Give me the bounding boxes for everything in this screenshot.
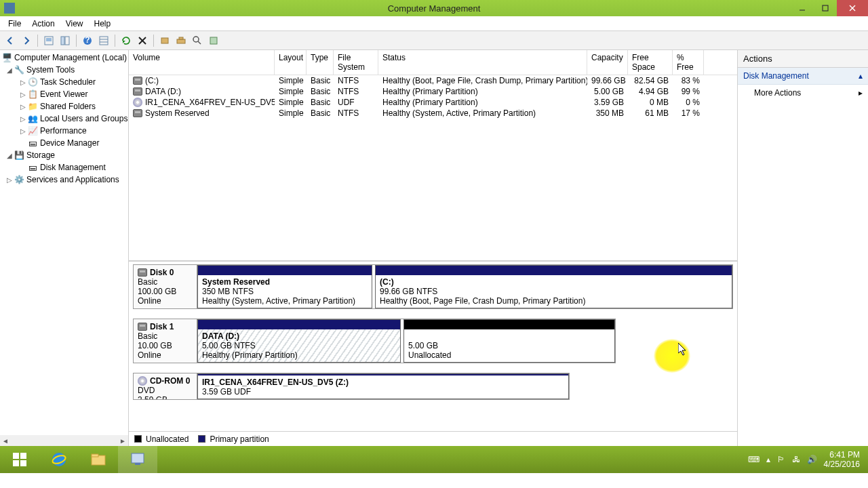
vol-capacity: 3.59 GB xyxy=(587,97,628,108)
disk0-part-system-reserved[interactable]: System Reserved 350 MB NTFS Healthy (Sys… xyxy=(197,265,372,308)
content-panel: Volume Layout Type File System Status Ca… xyxy=(129,50,738,446)
tool-icon-1[interactable] xyxy=(157,33,172,48)
expand-icon[interactable]: ▷ xyxy=(19,91,27,98)
menu-file[interactable]: File xyxy=(3,18,26,30)
part-size: 5.00 GB xyxy=(408,341,610,350)
col-capacity[interactable]: Capacity xyxy=(587,50,628,75)
tree-label: System Tools xyxy=(26,65,75,75)
col-volume[interactable]: Volume xyxy=(129,50,275,75)
volume-row[interactable]: System ReservedSimpleBasicNTFSHealthy (S… xyxy=(129,108,737,119)
taskbar-explorer[interactable] xyxy=(79,446,118,473)
vol-status: Healthy (Primary Partition) xyxy=(378,86,587,97)
users-icon: 👥 xyxy=(27,113,38,124)
menu-help[interactable]: Help xyxy=(89,18,117,30)
svg-rect-29 xyxy=(132,453,144,463)
disk-icon xyxy=(133,87,142,96)
tree-event-viewer[interactable]: ▷📋Event Viewer xyxy=(0,88,128,100)
tree-disk-management[interactable]: 🖴Disk Management xyxy=(0,161,128,174)
tray-flag-icon[interactable]: 🏳 xyxy=(777,455,785,464)
tray-network-icon[interactable]: 🖧 xyxy=(792,455,800,464)
collapse-icon[interactable]: ◢ xyxy=(5,66,14,74)
vol-fs: NTFS xyxy=(334,86,378,97)
legend: Unallocated Primary partition xyxy=(129,431,737,446)
vol-free: 0 MB xyxy=(628,97,673,108)
cd0-info[interactable]: CD-ROM 0 DVD 3.59 GB xyxy=(134,373,197,399)
svg-rect-28 xyxy=(92,454,98,457)
systray[interactable]: ⌨ ▴ 🏳 🖧 🔊 6:41 PM 4/25/2016 xyxy=(740,450,868,469)
settings-button[interactable] xyxy=(96,33,111,48)
col-pct[interactable]: % Free xyxy=(673,50,704,75)
taskbar-compmgmt[interactable] xyxy=(118,446,157,473)
taskbar-ie[interactable] xyxy=(39,446,79,473)
disk1-unallocated[interactable]: 5.00 GB Unallocated xyxy=(403,319,615,363)
col-type[interactable]: Type xyxy=(307,50,334,75)
tree-hscroll[interactable]: ◄► xyxy=(0,435,128,446)
tree-local-users[interactable]: ▷👥Local Users and Groups xyxy=(0,113,128,125)
tree-root[interactable]: 🖥️Computer Management (Local) xyxy=(0,52,128,64)
tree-system-tools[interactable]: ◢🔧System Tools xyxy=(0,64,128,76)
close-button[interactable] xyxy=(837,0,868,16)
svg-point-18 xyxy=(193,37,199,42)
disk1-info[interactable]: Disk 1 Basic 10.00 GB Online xyxy=(134,319,197,363)
disk1-size: 10.00 GB xyxy=(138,341,193,350)
part-size: 350 MB NTFS xyxy=(202,287,368,296)
volume-row[interactable]: (C:)SimpleBasicNTFSHealthy (Boot, Page F… xyxy=(129,75,737,86)
disk-row-1: Disk 1 Basic 10.00 GB Online DATA (D:) 5… xyxy=(133,319,616,363)
systray-clock[interactable]: 6:41 PM 4/25/2016 xyxy=(824,450,860,469)
help-button[interactable]: ? xyxy=(80,33,95,48)
expand-icon[interactable]: ▷ xyxy=(19,79,27,86)
tree-storage[interactable]: ◢💾Storage xyxy=(0,149,128,161)
expand-icon[interactable]: ▷ xyxy=(19,115,27,123)
tree-task-scheduler[interactable]: ▷🕒Task Scheduler xyxy=(0,76,128,88)
tree-services[interactable]: ▷⚙️Services and Applications xyxy=(0,174,128,186)
tool-icon-2[interactable] xyxy=(174,33,189,48)
disk0-info[interactable]: Disk 0 Basic 100.00 GB Online xyxy=(134,265,197,308)
menu-action[interactable]: Action xyxy=(26,18,60,30)
actions-more[interactable]: More Actions▸ xyxy=(738,85,868,101)
cd0-type: DVD xyxy=(138,386,193,395)
tree-label: Services and Applications xyxy=(26,175,119,184)
part-status: Healthy (System, Active, Primary Partiti… xyxy=(202,296,368,306)
vol-capacity: 99.66 GB xyxy=(587,75,628,86)
tray-volume-icon[interactable]: 🔊 xyxy=(807,455,817,464)
delete-icon[interactable] xyxy=(135,33,150,48)
refresh-icon[interactable] xyxy=(119,33,134,48)
expand-icon[interactable]: ▷ xyxy=(5,176,14,184)
partition-header xyxy=(198,266,372,275)
tool-icon-4[interactable] xyxy=(206,33,221,48)
disk1-part-data[interactable]: DATA (D:) 5.00 GB NTFS Healthy (Primary … xyxy=(197,319,401,363)
cd0-part[interactable]: IR1_CENA_X64FREV_EN-US_DV5 (Z:) 3.59 GB … xyxy=(197,373,569,399)
tree-performance[interactable]: ▷📈Performance xyxy=(0,125,128,137)
col-free[interactable]: Free Space xyxy=(628,50,673,75)
disk1-state: Online xyxy=(138,350,193,360)
tool-icon-3[interactable] xyxy=(190,33,205,48)
chevron-right-icon: ▸ xyxy=(859,88,863,98)
svg-rect-7 xyxy=(65,37,69,45)
collapse-triangle-icon: ▴ xyxy=(859,71,863,81)
expand-icon[interactable]: ▷ xyxy=(19,127,27,135)
tray-up-icon[interactable]: ▴ xyxy=(766,455,770,464)
menu-view[interactable]: View xyxy=(60,18,89,30)
vol-layout: Simple xyxy=(275,75,307,86)
up-button[interactable] xyxy=(41,33,56,48)
maximize-button[interactable] xyxy=(814,0,837,16)
tray-keyboard-icon[interactable]: ⌨ xyxy=(748,455,760,464)
col-fs[interactable]: File System xyxy=(334,50,378,75)
volume-row[interactable]: DATA (D:)SimpleBasicNTFSHealthy (Primary… xyxy=(129,86,737,97)
tree-device-manager[interactable]: 🖴Device Manager xyxy=(0,137,128,149)
start-button[interactable] xyxy=(0,446,39,473)
part-status: Healthy (Boot, Page File, Crash Dump, Pr… xyxy=(380,296,728,306)
vol-type: Basic xyxy=(307,108,334,119)
collapse-icon[interactable]: ◢ xyxy=(5,152,14,159)
expand-icon[interactable]: ▷ xyxy=(19,103,27,110)
disk0-part-c[interactable]: (C:) 99.66 GB NTFS Healthy (Boot, Page F… xyxy=(375,265,732,308)
back-button[interactable] xyxy=(3,33,18,48)
tree-shared-folders[interactable]: ▷📁Shared Folders xyxy=(0,100,128,113)
actions-group-diskmgmt[interactable]: Disk Management▴ xyxy=(738,68,868,85)
volume-row[interactable]: IR1_CENA_X64FREV_EN-US_DV5 (Z:)SimpleBas… xyxy=(129,97,737,108)
col-status[interactable]: Status xyxy=(378,50,587,75)
minimize-button[interactable] xyxy=(791,0,814,16)
forward-button[interactable] xyxy=(19,33,34,48)
col-layout[interactable]: Layout xyxy=(275,50,307,75)
show-hide-button[interactable] xyxy=(58,33,73,48)
